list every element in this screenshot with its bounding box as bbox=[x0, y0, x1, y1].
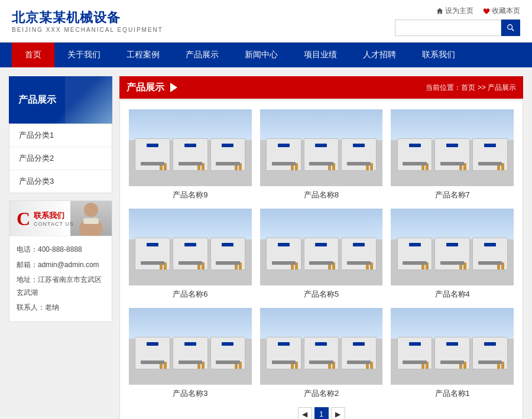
product-item-5[interactable]: 产品名称4 bbox=[391, 209, 514, 300]
product-image-5 bbox=[391, 209, 514, 285]
contact-person: 联系人：老纳 bbox=[17, 300, 105, 316]
product-image-1 bbox=[260, 109, 383, 186]
sidebar-category-list: 产品分类1 产品分类2 产品分类3 bbox=[9, 124, 112, 193]
product-item-1[interactable]: 产品名称8 bbox=[260, 109, 383, 200]
contact-en-label: CONTACT US bbox=[34, 221, 74, 227]
avatar-icon bbox=[75, 201, 108, 236]
contact-header: C 联系我们 CONTACT US bbox=[9, 201, 112, 236]
address-label: 地址： bbox=[17, 275, 38, 284]
product-name-7: 产品名称2 bbox=[304, 388, 339, 399]
nav-projects[interactable]: 工程案例 bbox=[113, 43, 173, 67]
product-image-2 bbox=[391, 109, 514, 186]
logo-area: 北京某某机械设备 BEIJING XXX MECHANICAL EQUIPMEN… bbox=[12, 9, 163, 33]
product-grid-area: 产品名称9 bbox=[119, 100, 523, 419]
product-item-8[interactable]: 产品名称1 bbox=[391, 308, 514, 399]
header-links: 设为主页 收藏本页 bbox=[436, 6, 520, 16]
product-image-0 bbox=[129, 109, 252, 186]
contact-c-letter: C bbox=[17, 209, 30, 228]
email-label: 邮箱： bbox=[17, 261, 38, 269]
svg-point-0 bbox=[508, 25, 512, 30]
contact-avatar bbox=[70, 201, 112, 236]
content-header: 产品展示 当前位置：首页 >> 产品展示 bbox=[119, 76, 523, 99]
home-icon bbox=[436, 8, 443, 15]
product-image-6 bbox=[129, 308, 252, 385]
nav-contact[interactable]: 联系我们 bbox=[409, 43, 468, 67]
phone-label: 电话： bbox=[17, 245, 38, 254]
nav-performance[interactable]: 项目业绩 bbox=[291, 43, 350, 67]
product-item-2[interactable]: 产品名称7 bbox=[391, 109, 514, 200]
sidebar-cat-3[interactable]: 产品分类3 bbox=[9, 170, 112, 193]
product-item-7[interactable]: 产品名称2 bbox=[260, 308, 383, 399]
product-item-4[interactable]: 产品名称5 bbox=[260, 209, 383, 300]
content-area: 产品展示 当前位置：首页 >> 产品展示 bbox=[119, 76, 523, 419]
pagination: ◀ 1 ▶ bbox=[129, 407, 514, 419]
search-button[interactable] bbox=[501, 20, 520, 36]
contact-cn-label: 联系我们 bbox=[34, 210, 74, 221]
nav-hr[interactable]: 人才招聘 bbox=[350, 43, 409, 67]
page-prev[interactable]: ◀ bbox=[298, 407, 312, 419]
product-name-5: 产品名称4 bbox=[435, 289, 470, 300]
svg-rect-4 bbox=[83, 218, 99, 224]
contact-info: 电话：400-888-8888 邮箱：admin@admin.com 地址：江苏… bbox=[9, 236, 112, 321]
main-layout: 产品展示 产品分类1 产品分类2 产品分类3 C 联系我们 CONTACT US bbox=[0, 67, 532, 419]
search-bar bbox=[395, 20, 520, 36]
heart-icon bbox=[483, 8, 490, 15]
product-name-4: 产品名称5 bbox=[304, 289, 339, 300]
nav-about[interactable]: 关于我们 bbox=[54, 43, 113, 67]
svg-line-1 bbox=[512, 29, 514, 31]
search-input[interactable] bbox=[395, 20, 501, 36]
breadcrumb: 当前位置：首页 >> 产品展示 bbox=[426, 83, 516, 93]
breadcrumb-current: 产品展示 bbox=[488, 83, 516, 92]
sidebar: 产品展示 产品分类1 产品分类2 产品分类3 C 联系我们 CONTACT US bbox=[9, 76, 112, 419]
main-nav: 首页 关于我们 工程案例 产品展示 新闻中心 项目业绩 人才招聘 联系我们 bbox=[0, 43, 532, 67]
header: 北京某某机械设备 BEIJING XXX MECHANICAL EQUIPMEN… bbox=[0, 0, 532, 43]
page-1[interactable]: 1 bbox=[314, 407, 329, 419]
product-image-7 bbox=[260, 308, 383, 385]
nav-home[interactable]: 首页 bbox=[12, 43, 54, 67]
sidebar-products-header: 产品展示 bbox=[9, 76, 112, 124]
set-home-link[interactable]: 设为主页 bbox=[436, 6, 473, 16]
page-next[interactable]: ▶ bbox=[331, 407, 345, 419]
product-grid: 产品名称9 bbox=[129, 109, 514, 399]
nav-products[interactable]: 产品展示 bbox=[173, 43, 232, 67]
contact-person-label: 联系人： bbox=[17, 303, 45, 311]
breadcrumb-home[interactable]: 首页 bbox=[461, 83, 475, 92]
product-name-6: 产品名称3 bbox=[173, 388, 207, 399]
contact-box: C 联系我们 CONTACT US 电话：4 bbox=[9, 200, 112, 322]
header-right: 设为主页 收藏本页 bbox=[395, 6, 520, 36]
sidebar-cat-1[interactable]: 产品分类1 bbox=[9, 124, 112, 147]
product-image-8 bbox=[391, 308, 514, 385]
contact-address: 地址：江苏省南京市玄武区玄武湖 bbox=[17, 272, 105, 300]
product-image-3 bbox=[129, 209, 252, 285]
content-title: 产品展示 bbox=[126, 82, 177, 94]
search-icon bbox=[507, 24, 515, 32]
title-arrow-icon bbox=[170, 83, 177, 92]
contact-phone: 电话：400-888-8888 bbox=[17, 242, 105, 258]
product-item-0[interactable]: 产品名称9 bbox=[129, 109, 252, 200]
product-name-3: 产品名称6 bbox=[173, 289, 207, 300]
product-name-8: 产品名称1 bbox=[435, 388, 470, 399]
sidebar-products-title: 产品展示 bbox=[18, 94, 56, 106]
contact-text-block: 联系我们 CONTACT US bbox=[34, 210, 74, 227]
product-name-2: 产品名称7 bbox=[435, 190, 470, 200]
sidebar-cat-2[interactable]: 产品分类2 bbox=[9, 147, 112, 170]
nav-news[interactable]: 新闻中心 bbox=[232, 43, 291, 67]
product-image-4 bbox=[260, 209, 383, 285]
product-name-1: 产品名称8 bbox=[304, 190, 339, 200]
logo-subtitle: BEIJING XXX MECHANICAL EQUIPMENT bbox=[12, 27, 163, 33]
product-name-0: 产品名称9 bbox=[173, 190, 207, 200]
svg-point-2 bbox=[84, 203, 98, 217]
fav-link[interactable]: 收藏本页 bbox=[483, 6, 520, 16]
logo-title: 北京某某机械设备 bbox=[12, 9, 163, 27]
contact-email: 邮箱：admin@admin.com bbox=[17, 258, 105, 273]
product-item-3[interactable]: 产品名称6 bbox=[129, 209, 252, 300]
product-item-6[interactable]: 产品名称3 bbox=[129, 308, 252, 399]
